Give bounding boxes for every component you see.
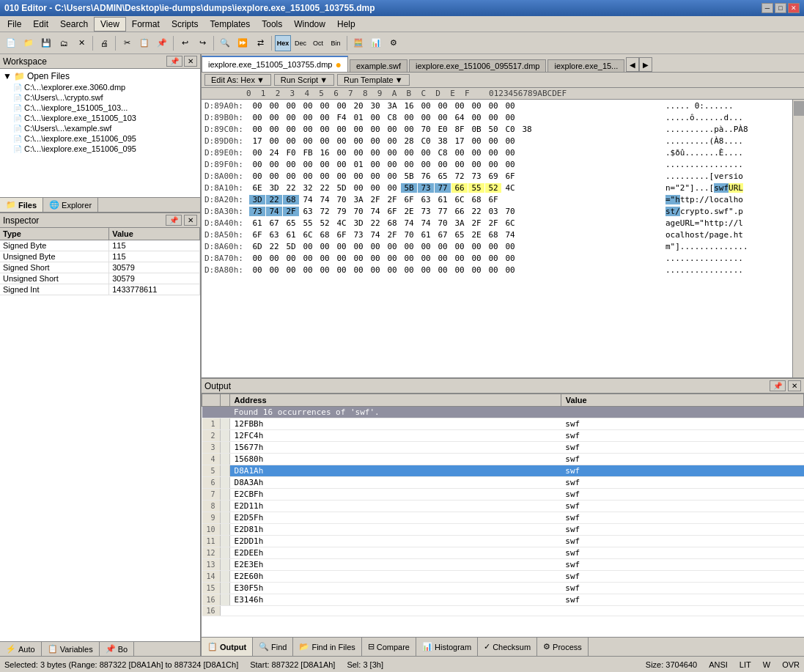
settings-button[interactable]: ⚙ (386, 35, 402, 51)
menu-window[interactable]: Window (288, 18, 331, 31)
output-row-6[interactable]: 7 E2CBFh swf (202, 489, 804, 501)
hex-row-7[interactable]: D:8A10h: 6E3D2232225D0000005B73776655524… (202, 182, 792, 193)
new-button[interactable]: 📄 (3, 35, 19, 51)
chart-button[interactable]: 📊 (368, 35, 384, 51)
out-tab-process[interactable]: ⚙ Process (537, 638, 589, 656)
hex-row-6[interactable]: D:8A00h: 0000000000000000005B76657273696… (202, 170, 792, 182)
menu-edit[interactable]: Edit (27, 18, 54, 31)
print-button[interactable]: 🖨 (96, 35, 112, 51)
menu-templates[interactable]: Templates (204, 18, 257, 31)
close-button[interactable]: ✕ (788, 3, 800, 13)
file-tab-3[interactable]: iexplore.exe_15... (547, 59, 624, 72)
tab-bo[interactable]: 📌 Bo (100, 642, 134, 656)
output-row-7[interactable]: 8 E2D11h swf (202, 501, 804, 512)
output-row-13[interactable]: 14 E2E60h swf (202, 571, 804, 583)
hex-button[interactable]: Hex (275, 35, 291, 51)
hex-scrollbar[interactable] (792, 100, 804, 377)
hex-row-0[interactable]: D:89A0h: 00000000000020303A1600000000000… (202, 100, 792, 111)
hex-row-1[interactable]: D:89B0h: 0000000000F40100C80000006400000… (202, 111, 792, 123)
output-row-10[interactable]: 11 E2DD1h swf (202, 536, 804, 547)
out-tab-find[interactable]: 🔍 Find (253, 638, 293, 656)
menu-help[interactable]: Help (331, 18, 361, 31)
output-row-5[interactable]: 6 D8A3Ah swf (202, 477, 804, 489)
hex-row-12[interactable]: D:8A60h: 6D225D0000000000000000000000000… (202, 240, 792, 252)
undo-button[interactable]: ↩ (177, 35, 193, 51)
file-item-3[interactable]: 📄 C:\...\iexplore.exe_151005_103 (1, 113, 199, 123)
hex-row-10[interactable]: D:8A40h: 61676555524C3D22687474703A2F2F6… (202, 217, 792, 229)
dec-button[interactable]: Dec (292, 35, 309, 51)
hex-row-13[interactable]: D:8A70h: 0000000000000000000000000000000… (202, 252, 792, 264)
redo-button[interactable]: ↪ (194, 35, 210, 51)
replace-button[interactable]: ⇄ (252, 35, 268, 51)
out-tab-output[interactable]: 📋 Output (202, 638, 253, 656)
hex-row-3[interactable]: D:89D0h: 17000000000000000028C0381700000… (202, 135, 792, 147)
output-row-2[interactable]: 3 15677h swf (202, 442, 804, 454)
menu-file[interactable]: File (1, 18, 27, 31)
output-row-12[interactable]: 13 E2E3Eh swf (202, 559, 804, 571)
output-close-button[interactable]: ✕ (788, 380, 801, 391)
tab-nav-left[interactable]: ◀ (626, 57, 639, 72)
tab-nav-right[interactable]: ▶ (639, 57, 652, 72)
edit-as-button[interactable]: Edit As: Hex ▼ (204, 74, 271, 86)
output-row-9[interactable]: 10 E2D81h swf (202, 524, 804, 536)
hex-row-4[interactable]: D:89E0h: 0024F0FB16000000000000C80000000… (202, 147, 792, 158)
file-item-2[interactable]: 📄 C:\...\iexplore_151005_103... (1, 103, 199, 113)
hex-content[interactable]: D:89A0h: 00000000000020303A1600000000000… (202, 100, 792, 377)
file-tab-2[interactable]: iexplore.exe_151006_095517.dmp (409, 59, 546, 72)
open-button[interactable]: 📁 (21, 35, 37, 51)
tab-variables[interactable]: 📋 Variables (42, 642, 100, 656)
menu-tools[interactable]: Tools (256, 18, 288, 31)
file-item-0[interactable]: 📄 C:\...\explorer.exe.3060.dmp (1, 82, 199, 92)
cut-button[interactable]: ✂ (119, 35, 135, 51)
scrollbar-thumb[interactable] (794, 101, 804, 116)
menu-scripts[interactable]: Scripts (166, 18, 204, 31)
save-button[interactable]: 💾 (38, 35, 54, 51)
menu-search[interactable]: Search (54, 18, 94, 31)
output-pin-button[interactable]: 📌 (770, 380, 786, 391)
file-item-1[interactable]: 📄 C:\Users\...\crypto.swf (1, 92, 199, 103)
close-file-button[interactable]: ✕ (73, 35, 89, 51)
output-row-14[interactable]: 15 E30F5h swf (202, 583, 804, 594)
out-tab-checksum[interactable]: ✓ Checksum (478, 638, 537, 656)
tab-auto[interactable]: ⚡ Auto (0, 642, 42, 656)
save-all-button[interactable]: 🗂 (56, 35, 72, 51)
output-row-0[interactable]: 1 12FBBh swf (202, 418, 804, 430)
window-controls[interactable]: ─ □ ✕ (761, 3, 800, 13)
file-item-4[interactable]: 📄 C:\Users\...\example.swf (1, 123, 199, 133)
minimize-button[interactable]: ─ (761, 3, 773, 13)
hex-row-11[interactable]: D:8A50h: 6F63616C686F73742F706167652E687… (202, 229, 792, 240)
maximize-button[interactable]: □ (775, 3, 786, 13)
tab-explorer[interactable]: 🌐 Explorer (43, 198, 98, 212)
run-script-button[interactable]: Run Script ▼ (274, 74, 334, 86)
find-next-button[interactable]: ⏩ (235, 35, 251, 51)
hex-row-8[interactable]: D:8A20h: 3D22687474703A2F2F6F63616C686F … (202, 193, 792, 205)
hex-row-14[interactable]: D:8A80h: 0000000000000000000000000000000… (202, 264, 792, 276)
output-row-11[interactable]: 12 E2DEEh swf (202, 547, 804, 559)
inspector-close-button[interactable]: ✕ (184, 215, 197, 226)
file-item-6[interactable]: 📄 C:\...\iexplore.exe_151006_095 (1, 144, 199, 154)
output-row-1[interactable]: 2 12FC4h swf (202, 430, 804, 442)
bin-button[interactable]: Bin (328, 35, 344, 51)
menu-view[interactable]: View (94, 17, 126, 32)
out-tab-find-in-files[interactable]: 📂 Find in Files (293, 638, 361, 656)
calc-button[interactable]: 🧮 (350, 35, 366, 51)
file-tab-0[interactable]: iexplore.exe_151005_103755.dmp ● (202, 56, 348, 72)
hex-row-5[interactable]: D:89F0h: 0000000000000100000000000000000… (202, 158, 792, 170)
tab-files[interactable]: 📁 Files (0, 198, 43, 212)
open-files-folder[interactable]: ▼ 📁 Open Files (1, 70, 199, 82)
inspector-pin-button[interactable]: 📌 (166, 215, 182, 226)
oct-button[interactable]: Oct (310, 35, 326, 51)
output-row-3[interactable]: 4 15680h swf (202, 454, 804, 465)
workspace-pin-button[interactable]: 📌 (166, 56, 182, 67)
out-tab-histogram[interactable]: 📊 Histogram (416, 638, 478, 656)
output-row-15[interactable]: 16 E3146h swf (202, 594, 804, 606)
copy-button[interactable]: 📋 (136, 35, 152, 51)
workspace-close-button[interactable]: ✕ (184, 56, 197, 67)
menu-format[interactable]: Format (126, 18, 166, 31)
find-button[interactable]: 🔍 (217, 35, 233, 51)
hex-row-2[interactable]: D:89C0h: 0000000000000000000070E08F0B50C… (202, 123, 792, 135)
output-row-4[interactable]: 5 D8A1Ah swf (202, 465, 804, 477)
file-item-5[interactable]: 📄 C:\...\iexplore.exe_151006_095 (1, 133, 199, 144)
file-tab-1[interactable]: example.swf (350, 59, 407, 72)
output-row-8[interactable]: 9 E2D5Fh swf (202, 512, 804, 524)
